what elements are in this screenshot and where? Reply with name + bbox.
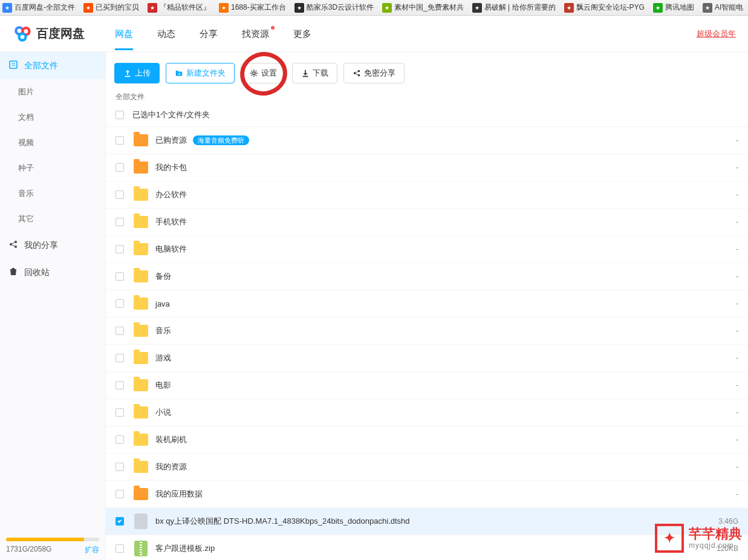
bookmark-label: 腾讯地图 — [665, 2, 694, 13]
bookmark-label: 1688-买家工作台 — [231, 2, 286, 13]
files-icon — [8, 60, 24, 71]
file-row[interactable]: java- — [106, 290, 748, 317]
file-size: - — [696, 190, 738, 199]
row-checkbox[interactable] — [115, 327, 124, 335]
file-size: - — [696, 218, 738, 226]
file-size: - — [696, 354, 738, 362]
sidebar-item-6[interactable]: 其它 — [0, 206, 105, 232]
file-row[interactable]: 备份- — [106, 263, 748, 290]
breadcrumb[interactable]: 全部文件 — [106, 83, 748, 106]
row-checkbox[interactable] — [115, 408, 124, 417]
row-checkbox[interactable] — [115, 136, 124, 145]
expand-storage-link[interactable]: 扩容 — [85, 545, 99, 555]
row-checkbox[interactable] — [115, 190, 124, 199]
check-icon — [117, 518, 123, 524]
bookmark-favicon-icon: ★ — [382, 3, 392, 13]
file-row[interactable]: 客户跟进模板.zip120KB — [106, 535, 748, 560]
row-checkbox[interactable] — [115, 272, 124, 281]
svg-point-10 — [253, 72, 255, 74]
bookmark-item[interactable]: ★酷家乐3D云设计软件 — [294, 2, 374, 13]
file-row[interactable]: 我的应用数据- — [106, 481, 748, 508]
sidebar-item-4[interactable]: 种子 — [0, 155, 105, 181]
new-folder-button[interactable]: 新建文件夹 — [166, 63, 235, 83]
file-row[interactable]: 电脑软件- — [106, 236, 748, 263]
nav-tab-1[interactable]: 动态 — [157, 18, 175, 50]
bookmark-item[interactable]: ★1688-买家工作台 — [219, 2, 286, 13]
file-size: - — [696, 163, 738, 172]
file-row[interactable]: 已购资源海量音频免费听- — [106, 127, 748, 154]
bookmark-item[interactable]: ★腾讯地图 — [653, 2, 694, 13]
bookmark-favicon-icon: ★ — [83, 3, 93, 13]
bookmark-item[interactable]: ★AI智能电 — [703, 2, 743, 13]
sidebar-item-2[interactable]: 文档 — [0, 105, 105, 130]
nav-tab-4[interactable]: 更多 — [293, 18, 311, 50]
file-row[interactable]: 音乐- — [106, 317, 748, 345]
file-row[interactable]: 我的资源- — [106, 454, 748, 481]
sidebar-item-7[interactable]: 我的分享 — [0, 232, 105, 259]
row-checkbox[interactable] — [115, 163, 124, 172]
sidebar-item-1[interactable]: 图片 — [0, 79, 105, 105]
share-button[interactable]: 免密分享 — [343, 63, 405, 83]
sidebar-item-8[interactable]: 回收站 — [0, 259, 105, 286]
sidebar-item-label: 音乐 — [18, 188, 34, 199]
bookmark-item[interactable]: ★『精品软件区』 — [148, 2, 210, 13]
row-checkbox[interactable] — [115, 299, 124, 308]
file-size: - — [696, 136, 738, 145]
upload-button[interactable]: 上传 — [114, 63, 160, 83]
selection-summary-row: 已选中1个文件/文件夹 — [106, 106, 748, 127]
svg-point-3 — [18, 28, 22, 33]
row-checkbox[interactable] — [115, 245, 124, 253]
download-button[interactable]: 下载 — [292, 63, 337, 83]
bookmark-item[interactable]: ★飘云阁安全论坛-PYG — [564, 2, 645, 13]
file-row[interactable]: 游戏- — [106, 345, 748, 372]
app-logo[interactable]: 百度网盘 — [12, 24, 85, 44]
file-row[interactable]: bx qy上译公映国配 DTS-HD.MA7.1_4838Kbps_24bits… — [106, 508, 748, 535]
sidebar-item-5[interactable]: 音乐 — [0, 181, 105, 206]
file-row[interactable]: 电影- — [106, 372, 748, 399]
bookmark-label: 素材中国_免费素材共 — [394, 2, 464, 13]
row-checkbox[interactable] — [115, 435, 124, 444]
file-name: 游戏 — [155, 353, 696, 363]
row-checkbox[interactable] — [115, 517, 124, 526]
row-checkbox[interactable] — [115, 490, 124, 498]
row-checkbox[interactable] — [115, 463, 124, 471]
nav-tab-2[interactable]: 分享 — [200, 18, 218, 50]
file-row[interactable]: 小说- — [106, 399, 748, 426]
file-icon — [132, 513, 149, 530]
select-all-checkbox[interactable] — [115, 111, 124, 119]
row-checkbox[interactable] — [115, 544, 124, 553]
file-list: 已购资源海量音频免费听-我的卡包-办公软件-手机软件-电脑软件-备份-java-… — [106, 127, 748, 560]
row-checkbox[interactable] — [115, 354, 124, 362]
folder-icon — [132, 458, 149, 475]
file-row[interactable]: 装机刷机- — [106, 426, 748, 454]
file-size: 120KB — [696, 544, 738, 553]
sidebar-item-0[interactable]: 全部文件 — [0, 52, 105, 79]
vip-link[interactable]: 超级会员年 — [697, 28, 736, 39]
file-size: 3.46G — [696, 517, 738, 526]
baidu-cloud-icon — [12, 24, 33, 44]
file-row[interactable]: 手机软件- — [106, 209, 748, 236]
bookmark-item[interactable]: ★素材中国_免费素材共 — [382, 2, 464, 13]
storage-indicator: 1731G/2058G 扩容 — [0, 538, 105, 560]
file-name: 电影 — [155, 380, 696, 391]
nav-tab-3[interactable]: 找资源 — [242, 18, 269, 50]
folder-icon — [132, 404, 149, 421]
file-size: - — [696, 299, 738, 308]
row-checkbox[interactable] — [115, 218, 124, 226]
settings-button[interactable]: 设置 — [241, 63, 286, 83]
bookmark-favicon-icon: ★ — [148, 3, 157, 13]
folder-icon — [132, 350, 149, 366]
bookmark-item[interactable]: ★已买到的宝贝 — [83, 2, 139, 13]
bookmark-item[interactable]: ★百度网盘-全部文件 — [2, 2, 75, 13]
folder-icon — [132, 322, 149, 339]
file-row[interactable]: 我的卡包- — [106, 154, 748, 181]
bookmark-item[interactable]: ★易破解 | 给你所需要的 — [472, 2, 556, 13]
nav-tab-0[interactable]: 网盘 — [115, 18, 133, 50]
file-name: 装机刷机 — [155, 434, 696, 445]
row-checkbox[interactable] — [115, 381, 124, 389]
bookmark-label: 百度网盘-全部文件 — [15, 2, 75, 13]
sidebar-item-3[interactable]: 视频 — [0, 130, 105, 155]
file-name: 办公软件 — [155, 189, 696, 200]
file-row[interactable]: 办公软件- — [106, 181, 748, 209]
promo-badge[interactable]: 海量音频免费听 — [193, 135, 249, 145]
